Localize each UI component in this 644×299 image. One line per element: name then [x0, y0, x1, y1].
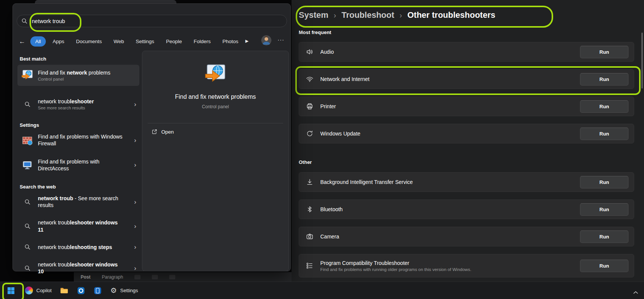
breadcrumb-current-page: Other troubleshooters — [407, 10, 495, 20]
outlook-button[interactable] — [77, 287, 85, 295]
chevron-right-icon[interactable]: › — [134, 137, 136, 143]
download-icon — [305, 178, 314, 186]
bluetooth-icon — [305, 205, 314, 213]
result-directaccess[interactable]: Find and fix problems with DirectAccess … — [17, 156, 139, 174]
settings-taskbar-button[interactable]: ⚙ Settings — [110, 287, 138, 294]
background-window-tabstrip — [35, 0, 176, 3]
avatar[interactable] — [261, 35, 271, 45]
chevron-up-icon — [633, 291, 638, 294]
result-windows-firewall[interactable]: Find and fix problems with Windows Firew… — [17, 131, 139, 149]
run-button-camera[interactable]: Run — [580, 230, 628, 243]
result-title: network troub - See more search results — [38, 195, 118, 208]
search-icon — [23, 244, 31, 250]
run-button-program-compatibility[interactable]: Run — [580, 260, 628, 272]
troubleshooter-label: Windows Update — [320, 131, 360, 137]
chevron-right-icon[interactable]: › — [134, 199, 136, 205]
breadcrumb-chevron-icon: › — [399, 11, 402, 20]
troubleshooter-row-bluetooth: Bluetooth Run — [299, 199, 634, 219]
phone-link-button[interactable] — [94, 287, 102, 295]
tab-all[interactable]: All — [30, 36, 46, 47]
search-filter-tabs: ← All Apps Documents Web Settings People… — [19, 36, 243, 47]
copilot-button[interactable]: Copilot — [25, 287, 51, 294]
troubleshooter-label: Audio — [320, 49, 334, 55]
tab-web[interactable]: Web — [109, 36, 129, 47]
search-input[interactable] — [31, 18, 282, 25]
network-troubleshooter-icon — [20, 69, 34, 82]
breadcrumb: System › Troubleshoot › Other troublesho… — [299, 7, 495, 23]
copilot-label: Copilot — [36, 288, 51, 293]
chevron-right-icon[interactable]: › — [134, 162, 136, 168]
breadcrumb-chevron-icon: › — [334, 11, 336, 20]
monitor-icon — [20, 159, 34, 171]
run-button-bluetooth[interactable]: Run — [580, 203, 628, 216]
windows-logo-icon — [7, 287, 15, 294]
settings-taskbar-label: Settings — [120, 288, 138, 293]
search-icon — [23, 223, 31, 229]
result-web-windows-11[interactable]: network troubleshooter windows 11 › — [17, 217, 139, 235]
file-explorer-button[interactable] — [60, 286, 69, 295]
chevron-right-icon[interactable]: › — [134, 244, 136, 250]
troubleshooter-row-network-and-internet: Network and Internet Run — [299, 69, 634, 89]
tab-photos[interactable]: Photos — [217, 36, 243, 47]
breadcrumb-troubleshoot[interactable]: Troubleshoot — [341, 10, 394, 20]
result-title: Find and fix network problems — [38, 70, 110, 76]
breadcrumb-system[interactable]: System — [299, 10, 328, 20]
speaker-icon — [305, 48, 314, 56]
tab-settings[interactable]: Settings — [131, 36, 159, 47]
settings-scrollbar-thumb[interactable] — [641, 33, 643, 89]
network-troubleshooter-icon-large — [204, 62, 227, 87]
tab-folders[interactable]: Folders — [189, 36, 215, 47]
search-icon — [23, 265, 31, 271]
gear-icon: ⚙ — [110, 287, 117, 294]
troubleshooter-description: Find and fix problems with running older… — [320, 267, 471, 272]
more-options-icon[interactable]: ··· — [278, 36, 284, 43]
taskbar-overflow-button[interactable] — [633, 289, 638, 296]
tab-apps[interactable]: Apps — [48, 36, 69, 47]
run-button-printer[interactable]: Run — [580, 100, 628, 113]
wifi-icon — [305, 75, 314, 83]
search-results-list: Best match Find and fix network problems… — [17, 52, 139, 277]
update-icon — [305, 129, 314, 138]
result-web-steps[interactable]: network troubleshooting steps › — [17, 241, 139, 253]
chevron-right-icon[interactable]: › — [134, 101, 136, 107]
back-icon[interactable]: ← — [19, 38, 25, 45]
folder-icon — [60, 286, 69, 295]
preview-title: Find and fix network problems — [142, 93, 288, 100]
run-button-bits[interactable]: Run — [580, 176, 628, 188]
open-label: Open — [161, 129, 174, 135]
result-best-match[interactable]: Find and fix network problems Control pa… — [17, 65, 139, 86]
preview-divider — [148, 123, 283, 123]
settings-section-header: Settings — [20, 122, 139, 128]
screen: Post Paragraph System › Troubleshoot › O… — [0, 0, 644, 299]
result-title: Find and fix problems with Windows Firew… — [38, 134, 122, 146]
start-button[interactable] — [5, 287, 17, 294]
best-match-header: Best match — [20, 56, 139, 62]
search-box — [17, 15, 287, 27]
outlook-icon — [77, 287, 85, 295]
camera-icon — [305, 232, 314, 241]
play-icon[interactable]: ▶ — [245, 39, 248, 44]
run-button-network-and-internet[interactable]: Run — [580, 73, 628, 86]
tab-documents[interactable]: Documents — [71, 36, 107, 47]
result-web-see-more[interactable]: network troub - See more search results … — [17, 193, 139, 211]
result-suggestion[interactable]: network troubleshooter See more search r… — [17, 96, 139, 112]
other-list: Background Intelligent Transfer Service … — [299, 172, 634, 277]
result-title: Find and fix problems with DirectAccess — [38, 159, 100, 171]
result-subtitle: See more search results — [38, 106, 94, 110]
search-icon — [23, 101, 31, 107]
run-button-windows-update[interactable]: Run — [580, 128, 628, 140]
checklist-icon — [305, 262, 314, 270]
preview-subtitle: Control panel — [142, 104, 288, 109]
tab-people[interactable]: People — [161, 36, 187, 47]
chevron-right-icon[interactable]: › — [134, 223, 136, 229]
run-button-audio[interactable]: Run — [580, 46, 628, 58]
printer-icon — [305, 102, 314, 111]
troubleshooter-row-bits: Background Intelligent Transfer Service … — [299, 172, 634, 192]
open-action[interactable]: Open — [151, 129, 174, 135]
search-flyout: ← All Apps Documents Web Settings People… — [12, 3, 291, 271]
troubleshooter-label: Background Intelligent Transfer Service — [320, 179, 413, 185]
chevron-right-icon[interactable]: › — [134, 265, 136, 271]
troubleshooter-row-printer: Printer Run — [299, 97, 634, 116]
result-web-windows-10[interactable]: network troubleshooter windows 10 › — [17, 259, 139, 277]
search-icon — [23, 199, 31, 205]
